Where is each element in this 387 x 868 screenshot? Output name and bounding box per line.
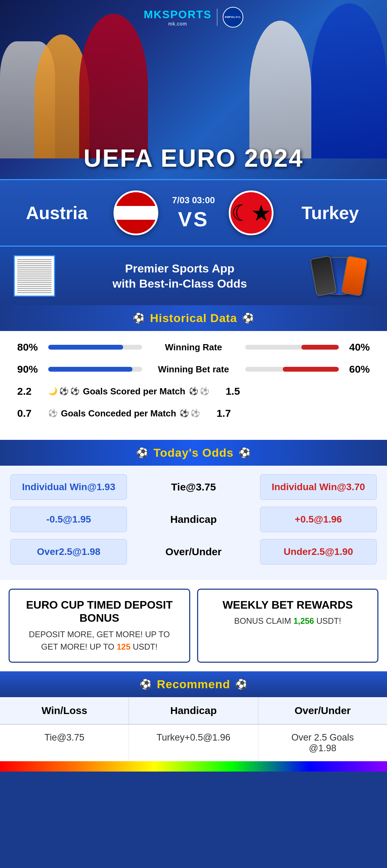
odds-row-3: Over2.5@1.98 Over/Under Under2.5@1.90 [10,539,377,565]
soccer-ball-icon-4a: ⚽ [48,409,57,418]
austria-flag-bot [115,220,157,234]
empoli-logo: EMPOLI F.C. [223,7,243,28]
mk-logo: MKSPORTS mk.com [144,8,212,27]
soccer-ball-icon-3c: ⚽ [189,387,198,396]
goals-scored-right-icons: ⚽ ⚽ [189,387,209,396]
euro-title: UEFA EURO 2024 [84,144,304,172]
soccer-ball-icon-3b: ⚽ [70,387,79,396]
stat-left-val-3: 2.2 [17,385,45,397]
stat-bar-right-2 [245,367,339,372]
austria-flag-mid [115,206,157,220]
promo-section: Premier Sports Appwith Best-in-Class Odd… [0,247,387,305]
stat-row-goals-scored: 2.2 🌙 ⚽ ⚽ Goals Scored per Match ⚽ ⚽ 1.5 [17,385,370,397]
moon-icon: 🌙 [48,387,57,396]
stat-bar-fill-right-2 [283,367,339,372]
stat-label-4: Goals Conceded per Match [61,408,176,419]
stat-label-3: Goals Scored per Match [83,386,185,397]
recommend-header: ⚽ Recommend ⚽ [0,671,387,697]
promo-deposit-highlight: GET MORE! UP TO 125 USDT! [41,642,158,651]
promo-card-weekly-body: BONUS CLAIM 1,256 USDT! [207,615,369,627]
stat-row-winning-bet: 90% Winning Bet rate 60% [17,363,370,375]
odds-cell-1-right[interactable]: Individual Win@3.70 [260,474,377,500]
promo-phones [304,255,373,297]
stat-label-1: Winning Rate [146,342,242,353]
recommend-col-3: Over/Under [258,697,387,725]
stat-label-2: Winning Bet rate [146,364,242,375]
soccer-ball-odds-right: ⚽ [239,447,251,458]
austria-flag-top [115,192,157,206]
brand-domain: mk.com [168,21,187,27]
player-4 [249,21,311,158]
odds-header: ⚽ Today's Odds ⚽ [0,440,387,466]
promo-text: Premier Sports Appwith Best-in-Class Odd… [62,261,298,291]
stat-bar-fill-right-1 [301,345,339,350]
soccer-ball-odds-left: ⚽ [136,447,148,458]
team-left-name: Austria [14,203,100,223]
promo-card-weekly-title: WEEKLY BET REWARDS [207,598,369,611]
match-vs: VS [178,207,209,231]
recommend-val-3: Over 2.5 Goals@1.98 [258,725,387,761]
recommend-val-1: Tie@3.75 [0,725,129,761]
odds-label-2: Handicap [132,514,255,525]
stat-bar-left-2 [48,367,142,372]
odds-label-1: Tie@3.75 [132,481,255,493]
recommend-title: Recommend [157,678,230,691]
goals-conceded-left-icons: ⚽ [48,409,57,418]
stat-bar-left-1 [48,345,142,350]
stat-row-winning-rate: 80% Winning Rate 40% [17,341,370,353]
stat-right-val-4: 1.7 [203,407,231,419]
recommend-col-2: Handicap [129,697,258,725]
goals-conceded-right-icons: ⚽ ⚽ [180,409,200,418]
turkey-flag: ☾★ [230,192,272,234]
soccer-ball-icon-3a: ⚽ [59,387,68,396]
stat-bar-fill-1 [48,345,123,350]
odds-row-1: Individual Win@1.93 Tie@3.75 Individual … [10,474,377,500]
soccer-ball-rec-left: ⚽ [140,679,152,690]
header-banner: MKSPORTS mk.com EMPOLI F.C. UEFA EURO 20… [0,0,387,179]
match-section: Austria 7/03 03:00 VS ☾★ Turkey [0,179,387,247]
logo-area: MKSPORTS mk.com EMPOLI F.C. [144,7,243,28]
odds-row-2: -0.5@1.95 Handicap +0.5@1.96 [10,507,377,532]
odds-cell-3-right[interactable]: Under2.5@1.90 [260,539,377,565]
odds-title: Today's Odds [153,446,234,459]
bottom-bar [0,761,387,772]
player-3 [79,14,148,158]
odds-cell-2-right[interactable]: +0.5@1.96 [260,507,377,532]
logo-divider [217,9,217,26]
odds-cell-2-left[interactable]: -0.5@1.95 [10,507,127,532]
recommend-val-2: Turkey+0.5@1.96 [129,725,258,761]
odds-cell-1-left[interactable]: Individual Win@1.93 [10,474,127,500]
half-ball-icon: ⚽ [200,387,209,396]
stat-bar-fill-2 [48,367,132,372]
qr-inner [17,259,52,293]
promo-card-deposit-body: DEPOSIT MORE, GET MORE! UP TO GET MORE! … [18,628,181,653]
soccer-ball-icon-left: ⚽ [133,312,145,324]
stat-bar-right-1 [245,345,339,350]
soccer-ball-rec-right: ⚽ [235,679,247,690]
promo-qr-code [14,255,55,297]
stat-right-val-3: 1.5 [213,385,240,397]
stat-left-val-4: 0.7 [17,407,45,419]
promo-cards: EURO CUP TIMED DEPOSIT BONUS DEPOSIT MOR… [0,580,387,671]
promo-card-weekly[interactable]: WEEKLY BET REWARDS BONUS CLAIM 1,256 USD… [197,589,379,663]
turkey-flag-circle: ☾★ [229,190,273,235]
soccer-ball-icon-4c: ⚽ [191,409,200,418]
historical-title: Historical Data [150,311,237,325]
goals-scored-left-icons: 🌙 ⚽ ⚽ [48,387,79,396]
match-date: 7/03 03:00 [172,195,215,206]
promo-card-deposit-title: EURO CUP TIMED DEPOSIT BONUS [18,598,181,625]
recommend-table: Win/Loss Handicap Over/Under Tie@3.75 Tu… [0,697,387,761]
historical-header: ⚽ Historical Data ⚽ [0,305,387,331]
odds-cell-3-left[interactable]: Over2.5@1.98 [10,539,127,565]
recommend-data-row: Tie@3.75 Turkey+0.5@1.96 Over 2.5 Goals@… [0,725,387,761]
odds-section: Individual Win@1.93 Tie@3.75 Individual … [0,466,387,580]
historical-section: 80% Winning Rate 40% 90% Winning Bet rat… [0,331,387,440]
promo-card-deposit[interactable]: EURO CUP TIMED DEPOSIT BONUS DEPOSIT MOR… [9,589,190,663]
brand-name: MKSPORTS [144,8,212,21]
austria-flag-circle [114,190,158,235]
stat-left-val-1: 80% [17,341,45,353]
stat-right-val-2: 60% [342,363,370,375]
austria-flag [115,192,157,234]
player-5 [311,3,387,158]
odds-label-3: Over/Under [132,546,255,558]
